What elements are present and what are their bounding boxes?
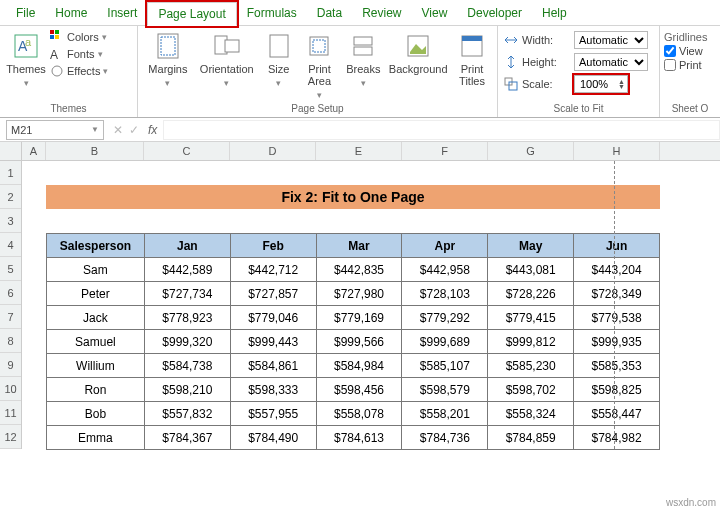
fx-enter-icon[interactable]: ✓: [126, 123, 142, 137]
table-header[interactable]: Salesperson: [47, 234, 145, 258]
table-header[interactable]: Mar: [316, 234, 402, 258]
cell[interactable]: $999,566: [316, 330, 402, 354]
row-header[interactable]: 6: [0, 281, 21, 305]
column-header[interactable]: H: [574, 142, 660, 160]
cell[interactable]: $598,702: [488, 378, 574, 402]
table-header[interactable]: Jun: [574, 234, 660, 258]
tab-home[interactable]: Home: [45, 2, 97, 24]
cell[interactable]: $999,443: [230, 330, 316, 354]
row-header[interactable]: 7: [0, 305, 21, 329]
row-header[interactable]: 12: [0, 425, 21, 449]
gridlines-view-checkbox[interactable]: View: [664, 45, 707, 57]
cell[interactable]: $784,982: [574, 426, 660, 450]
colors-button[interactable]: Colors▾: [50, 29, 108, 45]
tab-help[interactable]: Help: [532, 2, 577, 24]
row-header[interactable]: 10: [0, 377, 21, 401]
cell[interactable]: Emma: [47, 426, 145, 450]
print-area-button[interactable]: Print Area▾: [300, 29, 340, 100]
cell[interactable]: $585,107: [402, 354, 488, 378]
breaks-button[interactable]: Breaks▾: [341, 29, 385, 88]
fx-cancel-icon[interactable]: ✕: [110, 123, 126, 137]
tab-formulas[interactable]: Formulas: [237, 2, 307, 24]
row-header[interactable]: 3: [0, 209, 21, 233]
effects-button[interactable]: Effects▾: [50, 63, 108, 79]
scale-spinner[interactable]: 100% ▲▼: [574, 75, 628, 93]
cell[interactable]: $585,353: [574, 354, 660, 378]
table-header[interactable]: Apr: [402, 234, 488, 258]
column-header[interactable]: C: [144, 142, 230, 160]
row-header[interactable]: 11: [0, 401, 21, 425]
cell[interactable]: $558,078: [316, 402, 402, 426]
cell[interactable]: Samuel: [47, 330, 145, 354]
column-header[interactable]: D: [230, 142, 316, 160]
formula-input[interactable]: [163, 120, 720, 140]
cell[interactable]: $999,320: [144, 330, 230, 354]
cell[interactable]: Bob: [47, 402, 145, 426]
table-header[interactable]: Jan: [144, 234, 230, 258]
width-select[interactable]: Automatic: [574, 31, 648, 49]
cell[interactable]: $784,490: [230, 426, 316, 450]
cell[interactable]: $999,935: [574, 330, 660, 354]
tab-developer[interactable]: Developer: [457, 2, 532, 24]
row-header[interactable]: 2: [0, 185, 21, 209]
select-all-corner[interactable]: [0, 142, 22, 160]
cell[interactable]: $728,349: [574, 282, 660, 306]
background-button[interactable]: Background: [387, 29, 449, 75]
cell[interactable]: Jack: [47, 306, 145, 330]
title-banner[interactable]: Fix 2: Fit to One Page: [46, 185, 660, 209]
cell-area[interactable]: Fix 2: Fit to One Page Salesperson Jan F…: [22, 161, 660, 449]
cell[interactable]: $598,210: [144, 378, 230, 402]
cell[interactable]: Sam: [47, 258, 145, 282]
height-select[interactable]: Automatic: [574, 53, 648, 71]
cell[interactable]: $779,538: [574, 306, 660, 330]
column-header[interactable]: F: [402, 142, 488, 160]
cell[interactable]: $558,324: [488, 402, 574, 426]
cell[interactable]: $443,204: [574, 258, 660, 282]
tab-data[interactable]: Data: [307, 2, 352, 24]
table-header[interactable]: Feb: [230, 234, 316, 258]
cell[interactable]: Ron: [47, 378, 145, 402]
tab-page-layout[interactable]: Page Layout: [147, 2, 236, 26]
cell[interactable]: $779,046: [230, 306, 316, 330]
cell[interactable]: $558,201: [402, 402, 488, 426]
cell[interactable]: $727,734: [144, 282, 230, 306]
cell[interactable]: $598,333: [230, 378, 316, 402]
table-header[interactable]: May: [488, 234, 574, 258]
cell[interactable]: $728,226: [488, 282, 574, 306]
row-header[interactable]: 4: [0, 233, 21, 257]
cell[interactable]: $442,589: [144, 258, 230, 282]
cell[interactable]: $784,367: [144, 426, 230, 450]
column-header[interactable]: A: [22, 142, 46, 160]
column-header[interactable]: G: [488, 142, 574, 160]
cell[interactable]: $443,081: [488, 258, 574, 282]
tab-file[interactable]: File: [6, 2, 45, 24]
cell[interactable]: $558,447: [574, 402, 660, 426]
name-box[interactable]: M21 ▼: [6, 120, 104, 140]
cell[interactable]: $442,835: [316, 258, 402, 282]
row-header[interactable]: 1: [0, 161, 21, 185]
cell[interactable]: $779,292: [402, 306, 488, 330]
fx-icon[interactable]: fx: [142, 123, 163, 137]
spinner-buttons[interactable]: ▲▼: [618, 79, 625, 89]
cell[interactable]: $598,579: [402, 378, 488, 402]
tab-insert[interactable]: Insert: [97, 2, 147, 24]
row-header[interactable]: 5: [0, 257, 21, 281]
cell[interactable]: $557,955: [230, 402, 316, 426]
row-header[interactable]: 9: [0, 353, 21, 377]
cell[interactable]: $784,859: [488, 426, 574, 450]
themes-button[interactable]: Aa Themes ▾: [4, 29, 48, 88]
size-button[interactable]: Size▾: [260, 29, 298, 88]
cell[interactable]: $728,103: [402, 282, 488, 306]
cell[interactable]: $557,832: [144, 402, 230, 426]
orientation-button[interactable]: Orientation▾: [196, 29, 258, 88]
row-header[interactable]: 8: [0, 329, 21, 353]
cell[interactable]: $779,415: [488, 306, 574, 330]
cell[interactable]: Willium: [47, 354, 145, 378]
print-titles-button[interactable]: Print Titles: [451, 29, 493, 87]
cell[interactable]: $727,980: [316, 282, 402, 306]
cell[interactable]: $598,825: [574, 378, 660, 402]
cell[interactable]: $778,923: [144, 306, 230, 330]
cell[interactable]: $584,861: [230, 354, 316, 378]
cell[interactable]: $784,736: [402, 426, 488, 450]
cell[interactable]: $442,712: [230, 258, 316, 282]
